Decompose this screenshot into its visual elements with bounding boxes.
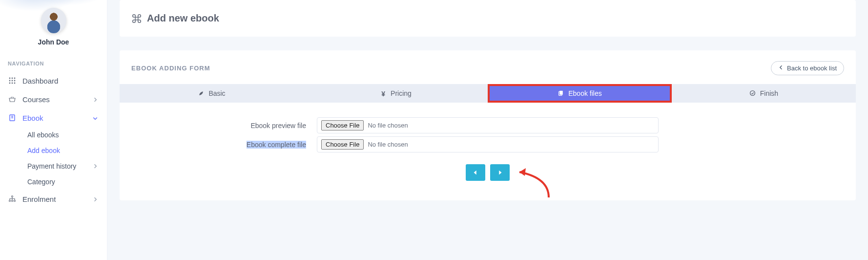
sidebar-sub-payment-history[interactable]: Payment history bbox=[0, 158, 107, 174]
tab-label: Pricing bbox=[391, 89, 412, 97]
svg-point-7 bbox=[12, 83, 13, 84]
form-panel: EBOOK ADDING FORM Back to ebook list Bas… bbox=[120, 50, 856, 200]
arrow-right-icon bbox=[496, 169, 503, 176]
sidebar: John Doe NAVIGATION Dashboard bbox=[0, 0, 107, 260]
book-icon bbox=[8, 113, 17, 122]
user-block: John Doe bbox=[0, 0, 107, 46]
nav-header: NAVIGATION bbox=[8, 61, 107, 66]
file-status: No file chosen bbox=[368, 122, 408, 129]
file-input-complete[interactable]: Choose File No file chosen bbox=[317, 136, 659, 152]
sidebar-sub-all-ebooks[interactable]: All ebooks bbox=[0, 127, 107, 143]
files-icon bbox=[558, 90, 564, 97]
file-input-preview[interactable]: Choose File No file chosen bbox=[317, 117, 659, 133]
avatar[interactable] bbox=[41, 8, 66, 33]
sidebar-item-courses[interactable]: Courses bbox=[0, 90, 107, 108]
svg-point-1 bbox=[12, 78, 13, 79]
leaf-icon bbox=[198, 90, 205, 97]
annotation-arrow-icon bbox=[512, 163, 561, 202]
svg-point-0 bbox=[9, 78, 10, 79]
sidebar-item-dashboard[interactable]: Dashboard bbox=[0, 71, 107, 90]
sidebar-item-label: All ebooks bbox=[27, 131, 59, 139]
svg-point-6 bbox=[9, 83, 10, 84]
svg-point-13 bbox=[14, 200, 16, 202]
org-icon bbox=[8, 195, 17, 203]
yen-icon: ¥ bbox=[380, 90, 387, 97]
sidebar-item-label: Ebook bbox=[22, 114, 43, 122]
sidebar-sub-add-ebook[interactable]: Add ebook bbox=[0, 143, 107, 158]
svg-point-11 bbox=[9, 200, 11, 202]
arrow-left-icon bbox=[472, 169, 479, 176]
tab-finish[interactable]: Finish bbox=[672, 84, 856, 103]
sidebar-item-label: Enrolment bbox=[22, 195, 56, 203]
svg-point-3 bbox=[9, 80, 10, 81]
svg-point-5 bbox=[14, 80, 15, 81]
main-content: Add new ebook EBOOK ADDING FORM Back to … bbox=[107, 0, 868, 260]
tab-label: Basic bbox=[208, 89, 225, 97]
label-preview-file: Ebook preview file bbox=[131, 122, 317, 130]
sidebar-item-label: Dashboard bbox=[22, 77, 58, 85]
sidebar-item-label: Payment history bbox=[27, 162, 76, 170]
tab-basic[interactable]: Basic bbox=[120, 84, 304, 103]
chevron-right-icon bbox=[92, 96, 99, 103]
wizard-nav bbox=[131, 164, 844, 181]
tab-pricing[interactable]: ¥ Pricing bbox=[304, 84, 488, 103]
choose-file-button[interactable]: Choose File bbox=[321, 120, 364, 130]
sidebar-item-enrolment[interactable]: Enrolment bbox=[0, 190, 107, 208]
svg-point-12 bbox=[12, 200, 13, 202]
back-button-label: Back to ebook list bbox=[787, 65, 837, 72]
choose-file-button[interactable]: Choose File bbox=[321, 139, 364, 150]
grid-icon bbox=[8, 76, 17, 85]
user-name: John Doe bbox=[38, 38, 69, 46]
tab-label: Finish bbox=[760, 89, 778, 97]
page-title: Add new ebook bbox=[147, 13, 219, 24]
page-header: Add new ebook bbox=[120, 0, 856, 37]
arrow-left-icon bbox=[778, 65, 784, 72]
sidebar-item-label: Category bbox=[27, 178, 55, 186]
command-icon bbox=[131, 13, 142, 24]
chevron-down-icon bbox=[92, 114, 99, 121]
sidebar-item-label: Add ebook bbox=[27, 147, 60, 154]
check-circle-icon bbox=[749, 90, 756, 97]
row-preview-file: Ebook preview file Choose File No file c… bbox=[131, 117, 844, 133]
sidebar-item-label: Courses bbox=[22, 95, 50, 104]
sidebar-item-ebook[interactable]: Ebook bbox=[0, 108, 107, 127]
form-title: EBOOK ADDING FORM bbox=[131, 65, 210, 72]
chevron-right-icon bbox=[92, 195, 99, 202]
svg-point-2 bbox=[14, 78, 15, 79]
sidebar-sub-category[interactable]: Category bbox=[0, 174, 107, 190]
row-complete-file: Ebook complete file Choose File No file … bbox=[131, 136, 844, 152]
file-status: No file chosen bbox=[368, 141, 408, 148]
svg-point-16 bbox=[750, 91, 755, 96]
tab-label: Ebook files bbox=[568, 89, 601, 97]
basket-icon bbox=[8, 95, 17, 104]
label-complete-file: Ebook complete file bbox=[131, 141, 317, 149]
form-body: Ebook preview file Choose File No file c… bbox=[120, 103, 856, 186]
chevron-right-icon bbox=[92, 163, 99, 170]
form-tabs: Basic ¥ Pricing Ebook files Finish bbox=[120, 84, 856, 103]
svg-point-8 bbox=[14, 83, 15, 84]
svg-point-4 bbox=[12, 80, 13, 81]
tab-ebook-files[interactable]: Ebook files bbox=[488, 84, 672, 103]
back-to-list-button[interactable]: Back to ebook list bbox=[771, 61, 844, 75]
next-step-button[interactable] bbox=[490, 164, 510, 181]
svg-point-10 bbox=[12, 196, 13, 197]
prev-step-button[interactable] bbox=[466, 164, 485, 181]
